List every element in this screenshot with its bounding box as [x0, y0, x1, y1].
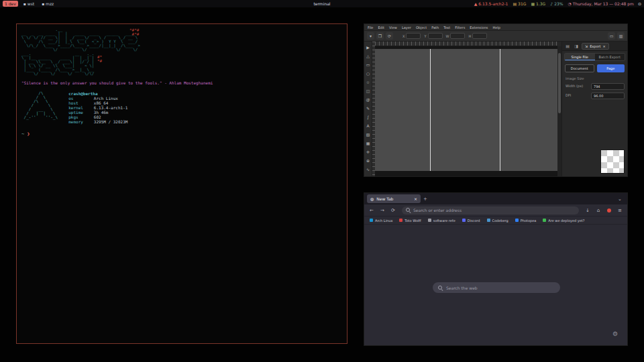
bookmark-item[interactable]: Discord: [462, 219, 480, 223]
export-dock-tab[interactable]: ⇲ Export ×: [582, 43, 609, 50]
workspace-label: ▪ wst: [23, 1, 34, 7]
menu-item[interactable]: Edit: [378, 25, 384, 29]
transform-options-icon[interactable]: ▥: [617, 32, 625, 40]
menu-item[interactable]: Help: [492, 25, 500, 29]
inkscape-window[interactable]: File Edit View Layer Object Path Text Fi…: [364, 23, 628, 177]
gradient-tool[interactable]: ▧: [364, 130, 372, 138]
scale-stroke-icon[interactable]: ▭: [608, 32, 615, 40]
new-tab-button[interactable]: +: [421, 194, 430, 203]
scrollbar-thumb[interactable]: [558, 53, 561, 113]
mesh-tool[interactable]: ▦: [364, 139, 372, 147]
width-input[interactable]: 794: [591, 83, 625, 90]
dropper-tool[interactable]: ✛: [364, 147, 372, 156]
workspace-item[interactable]: ▪ mzz: [40, 1, 56, 7]
recording-indicator-icon[interactable]: [604, 206, 614, 215]
spiral-tool[interactable]: @: [364, 95, 372, 103]
toolbar-left-icons: ▾ ❐ ⟳: [367, 32, 393, 40]
fetch-value: 3295M / 32023M: [94, 119, 128, 124]
vertical-guide[interactable]: [430, 49, 431, 171]
rectangle-tool[interactable]: ▭: [364, 60, 372, 68]
tab-single-file[interactable]: Single File: [565, 54, 595, 60]
forward-icon[interactable]: →: [378, 206, 387, 215]
power-icon[interactable]: ⊙: [638, 1, 641, 6]
text-tool[interactable]: A: [364, 121, 372, 129]
menu-item[interactable]: View: [389, 25, 397, 29]
document-button[interactable]: Document: [565, 64, 594, 72]
tab-close-icon[interactable]: ×: [414, 196, 417, 201]
menu-item[interactable]: Text: [443, 25, 450, 29]
bookmark-item[interactable]: Toto Wolff: [399, 219, 421, 223]
menu-item[interactable]: Path: [431, 25, 439, 29]
browser-content: Search the web ⚙: [364, 225, 627, 345]
workspace-label: 1 dev: [5, 1, 16, 7]
back-icon[interactable]: ←: [367, 206, 376, 215]
bookmark-label: Codeberg: [492, 219, 508, 223]
menu-item[interactable]: File: [368, 25, 373, 29]
browser-tab-new-tab[interactable]: ◍ New Tab ×: [367, 194, 421, 203]
calligraphy-tool[interactable]: ∫: [364, 113, 372, 121]
field-input[interactable]: [450, 33, 465, 39]
web-search-box[interactable]: Search the web: [433, 282, 560, 293]
terminal-window[interactable]: .__ __ _ __ ____ | | ____ ____ _____ ___…: [16, 23, 347, 344]
gear-icon[interactable]: ⚙: [612, 330, 618, 337]
toolbar-right-icons: ▭ ▥: [608, 32, 625, 40]
terminal-quote: "Silence is the only answer you should g…: [21, 80, 342, 85]
browser-window[interactable]: ◍ New Tab × + ⌄ ← → ⟳ Search or enter ad…: [364, 192, 628, 346]
workspace-item[interactable]: ▪ wst: [21, 1, 36, 7]
bookmark-item[interactable]: Arch Linux: [370, 219, 392, 223]
reload-icon[interactable]: ⟳: [388, 206, 398, 215]
box3d-tool[interactable]: ◫: [364, 86, 372, 95]
bookmark-label: Toto Wolff: [405, 219, 421, 223]
field-input[interactable]: [472, 33, 487, 39]
bookmark-favicon: [515, 219, 519, 222]
bookmark-item[interactable]: Are we deployed yet?: [543, 219, 584, 223]
menu-item[interactable]: Object: [416, 25, 427, 29]
bounding-box-icon[interactable]: ❐: [376, 32, 384, 40]
menu-item[interactable]: Layer: [402, 25, 411, 29]
menu-item[interactable]: Filters: [455, 25, 465, 29]
status-module-label: 23%: [554, 1, 563, 6]
url-bar[interactable]: Search or enter address: [402, 206, 579, 215]
dpi-field-row: DPI 96.00: [566, 93, 625, 99]
tab-batch-export[interactable]: Batch Export: [595, 54, 625, 60]
field-label: W: [446, 34, 449, 38]
bookmark-item[interactable]: software refe: [428, 219, 455, 223]
export-tab-label: Export: [590, 44, 600, 48]
fetch-row: kernel 6.13.4-arch1-1: [68, 105, 127, 110]
field-input[interactable]: [406, 33, 421, 39]
pencil-tool[interactable]: ✎: [364, 104, 372, 112]
bookmark-item[interactable]: Codeberg: [487, 219, 508, 223]
shell-prompt[interactable]: ~❯: [21, 131, 342, 137]
home-icon[interactable]: ⌂: [594, 206, 603, 215]
canvas-page[interactable]: [375, 49, 557, 171]
zoom-tool[interactable]: ⊕: [364, 156, 372, 164]
status-module: ♪ 23%: [550, 1, 563, 6]
fetch-row: uptime 3h 46m: [68, 110, 127, 115]
menu-icon[interactable]: ≡: [615, 206, 625, 215]
rotate-object-icon[interactable]: ⟳: [386, 32, 393, 40]
horizontal-ruler[interactable]: [375, 42, 557, 46]
dock-layers-icon[interactable]: ▤: [564, 43, 571, 50]
fetch-key: os: [68, 96, 91, 101]
selector-tool[interactable]: ▶: [364, 43, 372, 51]
close-icon[interactable]: ×: [603, 44, 606, 48]
workspace-item[interactable]: 1 dev: [3, 1, 18, 7]
page-button[interactable]: Page: [597, 64, 625, 72]
downloads-icon[interactable]: ↓: [583, 206, 592, 215]
tab-title: New Tab: [376, 196, 393, 201]
measure-tool[interactable]: ∿: [364, 165, 372, 173]
dock-objects-icon[interactable]: ◨: [573, 43, 580, 50]
select-all-icon[interactable]: ▾: [367, 32, 374, 40]
dpi-input[interactable]: 96.00: [591, 93, 625, 99]
inkscape-menubar: File Edit View Layer Object Path Text Fi…: [364, 24, 627, 31]
bookmark-item[interactable]: Photopea: [515, 219, 537, 223]
inkscape-canvas[interactable]: [375, 46, 557, 176]
arch-logo-ascii: /\ / \ /\ \ / \ / __ \ / | | \ /_-'' ''-…: [21, 91, 58, 124]
star-tool[interactable]: ☆: [364, 78, 372, 86]
vertical-guide[interactable]: [500, 49, 500, 171]
ellipse-tool[interactable]: ○: [364, 69, 372, 77]
list-all-tabs-icon[interactable]: ⌄: [615, 194, 625, 203]
menu-item[interactable]: Extensions: [470, 25, 488, 29]
node-tool[interactable]: △: [364, 52, 372, 60]
field-input[interactable]: [428, 33, 443, 39]
